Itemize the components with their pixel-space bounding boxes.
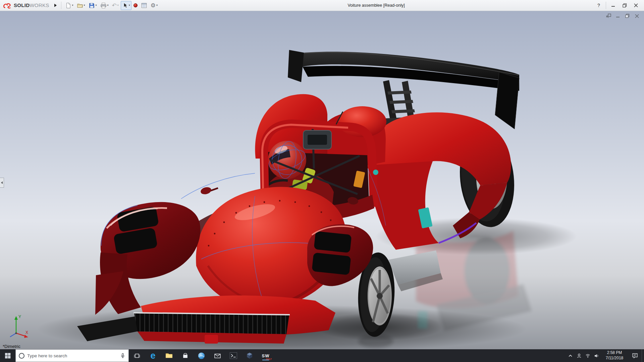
edge-app-button[interactable]: e — [145, 349, 161, 362]
new-document-icon — [65, 2, 71, 9]
taskbar-search[interactable] — [15, 349, 129, 362]
panel-collapse-tab[interactable] — [0, 178, 4, 188]
3d-scene[interactable] — [0, 11, 644, 349]
table-icon — [141, 2, 147, 9]
mail-envelope-icon — [214, 352, 221, 359]
select-cursor-icon — [122, 2, 128, 8]
doc-minimize-icon — [616, 14, 620, 18]
window-title: Voiture assemblee [Read-only] — [160, 3, 592, 8]
doc-maximize-icon — [625, 14, 630, 18]
ds-logo-icon — [3, 2, 12, 9]
close-icon — [634, 3, 638, 7]
doc-restore-button[interactable] — [605, 13, 612, 19]
tray-user-button[interactable] — [575, 349, 583, 362]
chevron-up-icon — [568, 354, 573, 358]
windows-taskbar: e — [0, 349, 644, 362]
clock-time: 2:58 PM — [607, 350, 622, 356]
save-button[interactable]: ▾ — [87, 1, 98, 10]
print-icon — [100, 2, 107, 9]
record-macro-button[interactable] — [132, 1, 139, 10]
help-icon: ? — [597, 3, 600, 8]
browser-app-button[interactable] — [193, 349, 209, 362]
speaker-icon — [594, 353, 599, 358]
document-window-controls — [605, 13, 640, 19]
solidworks-window: SOLIDWORKS ▾ ▾ — [0, 0, 644, 362]
task-view-icon — [134, 353, 140, 359]
open-folder-icon — [77, 2, 83, 9]
controls-separator — [606, 2, 606, 9]
new-document-button[interactable]: ▾ — [64, 1, 75, 10]
cube-app-button[interactable] — [241, 349, 258, 362]
collapse-arrow-icon — [1, 181, 3, 184]
store-app-button[interactable] — [177, 349, 193, 362]
doc-maximize-button[interactable] — [624, 13, 631, 19]
file-explorer-app-button[interactable] — [161, 349, 177, 362]
select-tool-button[interactable]: ▾ — [121, 1, 131, 10]
restore-icon — [623, 3, 627, 8]
taskbar-clock[interactable]: 2:58 PM 7/11/2018 — [601, 349, 628, 362]
print-button[interactable]: ▾ — [99, 1, 110, 10]
mail-app-button[interactable] — [209, 349, 225, 362]
cube-icon — [246, 352, 253, 359]
terminal-icon — [230, 352, 237, 359]
action-center-button[interactable] — [628, 349, 642, 362]
doc-close-icon — [635, 14, 639, 18]
brand-text-bold: SOLID — [14, 2, 30, 8]
doc-close-button[interactable] — [634, 13, 640, 19]
running-app-indicator — [262, 360, 269, 360]
task-view-button[interactable] — [129, 349, 145, 362]
front-grille — [134, 313, 289, 334]
dropdown-caret-icon: ▾ — [107, 4, 109, 7]
help-button[interactable]: ? — [593, 1, 604, 10]
save-floppy-icon — [89, 2, 95, 9]
minimize-button[interactable] — [608, 1, 619, 10]
options-button[interactable]: ⚙ ▾ — [149, 1, 159, 10]
toolbar-separator — [61, 2, 61, 9]
windows-logo-icon — [5, 353, 11, 359]
app-titlebar: SOLIDWORKS ▾ ▾ — [0, 0, 644, 11]
search-circle-icon — [19, 353, 24, 359]
store-bag-icon — [182, 353, 189, 359]
browser-globe-icon — [198, 352, 205, 360]
graphics-viewport: Y X *Dimetric — [0, 11, 644, 349]
doc-minimize-button[interactable] — [615, 13, 621, 19]
undo-button[interactable]: ↶ ▾ — [111, 1, 120, 10]
minimize-icon — [611, 3, 615, 7]
orientation-triad: Y X — [4, 312, 32, 340]
tray-volume-button[interactable] — [592, 349, 601, 362]
microphone-button[interactable] — [120, 353, 125, 358]
open-button[interactable]: ▾ — [75, 1, 87, 10]
flyout-arrow-icon — [54, 4, 57, 7]
solidworks-logo: SOLIDWORKS — [3, 2, 51, 9]
maximize-button[interactable] — [619, 1, 630, 10]
gear-icon: ⚙ — [151, 3, 156, 8]
show-desktop-button[interactable] — [642, 349, 644, 362]
search-input[interactable] — [27, 353, 117, 358]
brand-text-light: WORKS — [30, 2, 49, 8]
close-button[interactable] — [631, 1, 641, 10]
dropdown-caret-icon: ▾ — [96, 4, 97, 7]
triad-y-label: Y — [18, 314, 21, 319]
record-dot-icon — [133, 3, 138, 7]
dropdown-caret-icon: ▾ — [156, 4, 158, 7]
window-controls: ? — [593, 1, 641, 10]
main-toolbar: ▾ ▾ ▾ ▾ — [64, 1, 159, 10]
solidworks-app-icon: SW 2017 — [260, 351, 271, 360]
action-center-icon — [632, 353, 638, 359]
clock-date: 7/11/2018 — [606, 356, 624, 361]
terminal-app-button[interactable] — [225, 349, 241, 362]
system-tray: 2:58 PM 7/11/2018 — [566, 349, 644, 362]
dropdown-caret-icon: ▾ — [72, 4, 73, 7]
user-icon — [577, 353, 582, 358]
wifi-icon — [585, 353, 590, 358]
design-table-button[interactable] — [140, 1, 149, 10]
tray-network-button[interactable] — [583, 349, 592, 362]
menu-flyout-button[interactable] — [53, 1, 59, 9]
hidden-icons-chevron-button[interactable] — [566, 349, 575, 362]
file-explorer-icon — [165, 352, 173, 359]
triad-x-label: X — [25, 330, 28, 335]
dropdown-caret-icon: ▾ — [129, 4, 130, 7]
view-orientation-label: *Dimetric — [3, 344, 20, 349]
start-button[interactable] — [0, 349, 15, 362]
solidworks-app-button[interactable]: SW 2017 — [258, 349, 274, 362]
